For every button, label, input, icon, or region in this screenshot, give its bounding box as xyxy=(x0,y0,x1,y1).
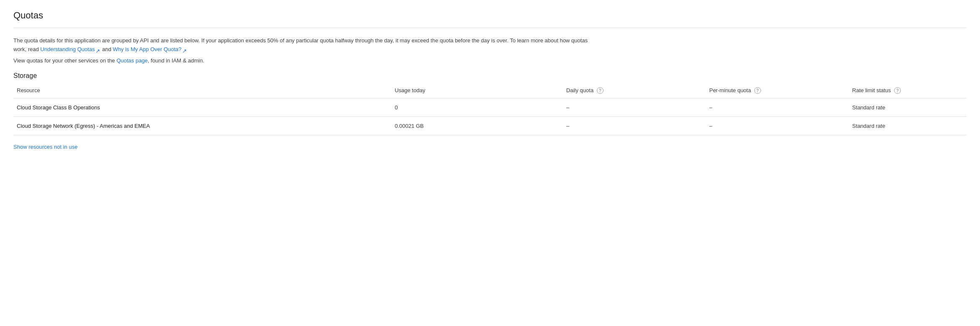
storage-section-title: Storage xyxy=(13,72,967,80)
col-header-rate-limit-status: Rate limit status ? xyxy=(852,83,967,98)
quota-table: Resource Usage today Daily quota ? Per-m… xyxy=(13,83,967,136)
table-header-row: Resource Usage today Daily quota ? Per-m… xyxy=(13,83,967,98)
divider xyxy=(13,28,967,28)
why-over-quota-link[interactable]: Why is My App Over Quota?↗ xyxy=(113,46,187,52)
col-header-daily-quota: Daily quota ? xyxy=(566,83,709,98)
col-header-usage-today: Usage today xyxy=(395,83,566,98)
cell-per-minute-quota: – xyxy=(709,98,852,117)
table-row: Cloud Storage Network (Egress) - America… xyxy=(13,117,967,135)
show-resources-link[interactable]: Show resources not in use xyxy=(13,144,77,150)
description-and-text: and xyxy=(101,46,113,52)
rate-limit-help-icon[interactable]: ? xyxy=(894,87,901,94)
table-row: Cloud Storage Class B Operations0––Stand… xyxy=(13,98,967,117)
view-quotas-block: View quotas for your other services on t… xyxy=(13,57,967,64)
description-block: The quota details for this application a… xyxy=(13,36,600,54)
page-container: Quotas The quota details for this applic… xyxy=(0,0,980,160)
understanding-quotas-link[interactable]: Understanding Quotas↗ xyxy=(40,46,101,52)
table-body: Cloud Storage Class B Operations0––Stand… xyxy=(13,98,967,135)
col-header-per-minute-quota: Per-minute quota ? xyxy=(709,83,852,98)
cell-per-minute-quota: – xyxy=(709,117,852,135)
cell-usage-today: 0.00021 GB xyxy=(395,117,566,135)
cell-usage-today: 0 xyxy=(395,98,566,117)
cell-rate-limit-status: Standard rate xyxy=(852,117,967,135)
page-title: Quotas xyxy=(13,10,967,21)
view-quotas-text1: View quotas for your other services on t… xyxy=(13,57,116,64)
external-link-icon2: ↗ xyxy=(182,47,187,52)
view-quotas-text2: , found in IAM & admin. xyxy=(148,57,204,64)
daily-quota-help-icon[interactable]: ? xyxy=(597,87,603,94)
external-link-icon1: ↗ xyxy=(95,47,101,52)
per-minute-quota-help-icon[interactable]: ? xyxy=(754,87,761,94)
cell-daily-quota: – xyxy=(566,98,709,117)
cell-daily-quota: – xyxy=(566,117,709,135)
cell-resource: Cloud Storage Network (Egress) - America… xyxy=(13,117,395,135)
col-header-resource: Resource xyxy=(13,83,395,98)
cell-resource: Cloud Storage Class B Operations xyxy=(13,98,395,117)
quotas-page-link[interactable]: Quotas page xyxy=(116,57,147,64)
cell-rate-limit-status: Standard rate xyxy=(852,98,967,117)
